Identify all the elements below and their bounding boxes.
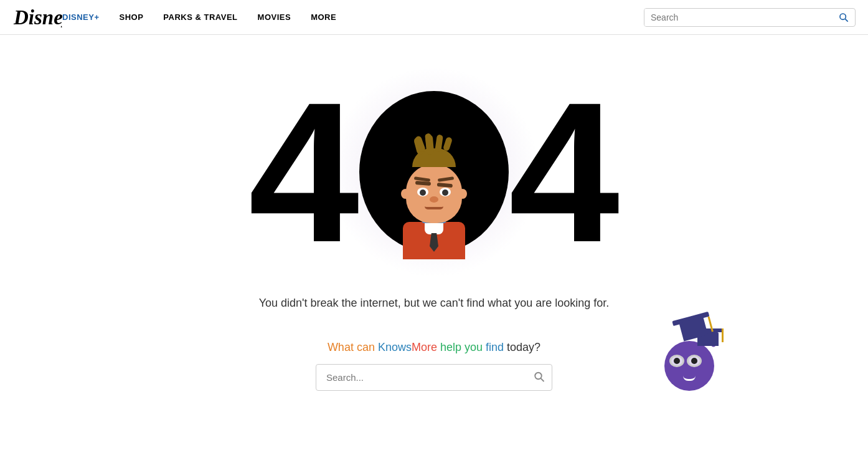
nav-search-button[interactable] — [833, 9, 855, 26]
disney-logo[interactable]: Disney — [12, 4, 62, 31]
km-mouth — [683, 376, 696, 381]
nav-link-more[interactable]: MORE — [311, 12, 336, 22]
nav-link-parks-travel[interactable]: PARKS & TRAVEL — [163, 12, 237, 22]
char-head — [406, 164, 462, 223]
km-lens-right — [687, 355, 702, 367]
nav-search-input[interactable] — [644, 9, 833, 26]
char-eye-left — [417, 188, 428, 196]
prompt-find: find — [486, 341, 504, 353]
char-ear-left — [401, 189, 410, 199]
km-hat-tassel — [707, 317, 713, 332]
km-glasses — [669, 355, 702, 367]
main-content: 4 — [0, 35, 868, 391]
svg-line-2 — [845, 19, 847, 21]
km-body — [664, 341, 714, 391]
char-ear-right — [458, 189, 467, 199]
character-ralph — [403, 148, 465, 259]
prompt-knows: Knows — [378, 341, 412, 353]
error-digit-left: 4 — [248, 72, 359, 272]
nav-links: DISNEY+ SHOP PARKS & TRAVEL MOVIES MORE — [62, 12, 644, 22]
svg-text:Disney: Disney — [13, 6, 62, 27]
knowsmore-character — [652, 328, 727, 391]
km-lens-left — [669, 355, 684, 367]
error-digit-right: 4 — [509, 72, 620, 272]
knowsmore-section: What can KnowsMore help you find today? — [216, 341, 652, 391]
error-message: You didn't break the internet, but we ca… — [259, 297, 610, 310]
nav-link-disney-plus[interactable]: DISNEY+ — [62, 12, 100, 22]
char-body — [403, 222, 465, 259]
error-section: 4 — [185, 72, 683, 272]
nav-link-movies[interactable]: MOVIES — [258, 12, 291, 22]
knowsmore-search-input[interactable] — [316, 364, 552, 391]
svg-point-1 — [840, 14, 846, 19]
km-pupil-left — [674, 358, 680, 364]
zero-container — [353, 85, 515, 259]
nav-search-icon — [839, 12, 849, 22]
nav-search-bar — [644, 8, 856, 27]
prompt-more: More — [412, 341, 437, 353]
prompt-today: today? — [504, 341, 540, 353]
km-pupil-right — [691, 358, 697, 364]
char-hair — [412, 148, 456, 167]
char-mouth — [425, 204, 443, 209]
svg-point-3 — [535, 372, 542, 379]
char-tie — [430, 233, 438, 252]
knowsmore-search-icon — [534, 371, 545, 382]
char-collar — [425, 222, 443, 234]
prompt-what: What can — [328, 341, 378, 353]
knowsmore-search-wrapper — [316, 364, 552, 391]
char-eye-right — [440, 188, 451, 196]
svg-line-4 — [541, 378, 544, 381]
knowsmore-search-button[interactable] — [534, 371, 545, 384]
main-nav: Disney DISNEY+ SHOP PARKS & TRAVEL MOVIE… — [0, 0, 868, 35]
prompt-help: help you — [437, 341, 486, 353]
knowsmore-prompt: What can KnowsMore help you find today? — [328, 341, 540, 354]
nav-link-shop[interactable]: SHOP — [120, 12, 144, 22]
